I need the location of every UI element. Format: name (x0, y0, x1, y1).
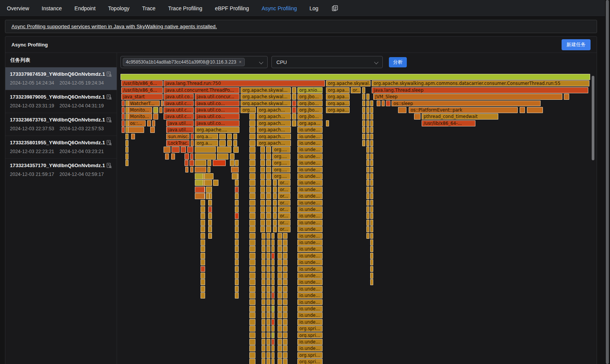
flame-frame[interactable] (326, 120, 329, 126)
flame-frame[interactable]: org.apa... (326, 87, 350, 93)
flame-frame[interactable] (260, 173, 265, 179)
flame-frame[interactable]: io.unde... (297, 345, 323, 351)
flame-frame[interactable] (266, 213, 271, 219)
flame-frame[interactable] (235, 206, 239, 212)
flame-frame[interactable] (262, 239, 265, 246)
flame-frame[interactable] (370, 206, 373, 212)
flame-frame[interactable] (249, 266, 255, 272)
flame-frame[interactable] (249, 206, 255, 212)
flame-frame[interactable]: io.unde... (297, 147, 323, 153)
flame-frame[interactable]: /usr/lib/x86_6... (121, 80, 163, 86)
flame-frame[interactable] (271, 292, 274, 299)
flame-frame[interactable] (249, 193, 255, 199)
flame-frame[interactable] (283, 345, 287, 351)
flame-frame[interactable] (260, 153, 265, 160)
banner-link[interactable]: Async Profiling supported services writt… (11, 24, 217, 29)
flame-frame[interactable]: or... (351, 87, 361, 93)
flame-frame[interactable]: io.unde... (297, 127, 323, 133)
flame-frame[interactable] (204, 180, 212, 186)
flame-frame[interactable] (278, 259, 282, 265)
flame-frame[interactable]: java.util.... (166, 120, 194, 126)
flame-frame[interactable] (366, 107, 369, 113)
flame-frame[interactable] (366, 147, 369, 153)
task-list-item[interactable]: 1733379874539_YWdlbnQ6OnNvbmdz.12024-12-… (5, 67, 117, 90)
flame-frame[interactable] (362, 134, 365, 140)
flame-frame[interactable]: java.util.concurrent.ThreadPo... (164, 87, 239, 93)
flame-frame[interactable]: io.unde... (297, 286, 323, 292)
flame-frame[interactable]: java.util.co... (195, 107, 239, 113)
flame-frame[interactable] (283, 273, 287, 279)
flame-frame[interactable] (235, 160, 239, 166)
flame-frame[interactable]: LockTrac... (166, 140, 189, 146)
flame-frame[interactable] (366, 180, 369, 186)
flame-frame[interactable] (201, 239, 205, 246)
flame-frame[interactable] (249, 239, 255, 246)
flame-frame[interactable] (122, 127, 125, 133)
flame-frame[interactable] (278, 352, 282, 358)
flame-frame[interactable] (262, 233, 265, 239)
flame-frame[interactable] (292, 101, 296, 107)
task-list-item[interactable]: 1733235801955_YWdlbnQ6OnNvbmdz.12024-12-… (5, 136, 117, 158)
flame-frame[interactable]: org.... (241, 107, 256, 113)
flame-frame[interactable] (382, 101, 385, 107)
flame-frame[interactable] (292, 120, 296, 126)
flame-frame[interactable] (366, 200, 369, 206)
flame-frame[interactable] (260, 200, 265, 206)
flame-frame[interactable] (201, 292, 205, 299)
flame-frame[interactable] (235, 180, 239, 186)
flame-frame[interactable] (370, 246, 373, 252)
flame-frame[interactable] (217, 153, 228, 160)
flame-frame[interactable]: org.apa... (326, 94, 350, 100)
flame-frame[interactable] (122, 113, 125, 120)
nav-tab-ebpf-profiling[interactable]: eBPF Profiling (215, 5, 249, 11)
task-list-item[interactable]: 1733234357170_YWdlbnQ6OnNvbmdz.12024-12-… (5, 158, 117, 181)
flame-frame[interactable] (262, 326, 265, 332)
flame-frame[interactable]: io.unde... (297, 134, 323, 140)
flame-frame[interactable] (283, 239, 287, 246)
flame-frame[interactable] (266, 326, 270, 332)
copy-document-icon[interactable] (332, 5, 338, 11)
flame-frame[interactable] (266, 306, 270, 312)
flame-frame[interactable] (271, 332, 274, 338)
flame-frame[interactable]: org.apa... (326, 101, 350, 107)
flame-frame[interactable] (283, 319, 287, 325)
flame-frame[interactable]: io.unde... (297, 259, 323, 265)
flame-frame[interactable] (278, 339, 282, 345)
flame-frame[interactable] (366, 193, 369, 199)
analyze-button[interactable]: 分析 (389, 57, 407, 67)
flame-frame[interactable] (278, 266, 282, 272)
flame-frame[interactable]: os::... (128, 120, 146, 126)
flame-frame[interactable] (266, 153, 271, 160)
flame-frame[interactable]: io.unde... (297, 299, 323, 305)
flame-frame[interactable] (235, 292, 239, 299)
flame-frame[interactable] (235, 200, 239, 206)
flame-frame[interactable] (260, 167, 265, 173)
flame-frame[interactable] (266, 220, 271, 226)
flame-frame[interactable] (370, 167, 373, 173)
flame-frame[interactable] (366, 187, 369, 193)
flame-frame[interactable] (249, 273, 255, 279)
flame-frame[interactable]: pthread_cond_timedwait (422, 113, 498, 120)
flame-frame[interactable] (283, 352, 287, 358)
flame-frame[interactable] (249, 153, 255, 160)
flame-frame[interactable] (260, 193, 265, 199)
flame-frame[interactable]: org.apache.skywal... (241, 94, 291, 100)
flame-frame[interactable] (235, 220, 239, 226)
flame-frame[interactable] (283, 332, 287, 338)
flame-frame[interactable] (125, 153, 128, 160)
flame-frame[interactable] (271, 253, 274, 259)
flame-frame[interactable] (273, 193, 277, 199)
flame-frame[interactable] (153, 107, 158, 113)
flame-frame[interactable]: io.unde... (297, 273, 323, 279)
flame-frame[interactable] (283, 246, 287, 252)
flame-frame[interactable]: java.lang.Thread.run:750 (164, 80, 325, 86)
flame-frame[interactable] (362, 127, 365, 133)
flame-frame[interactable] (260, 180, 265, 186)
flame-frame[interactable] (366, 127, 369, 133)
flame-frame[interactable]: java.util.co... (164, 94, 194, 100)
flame-frame[interactable]: org.... (272, 167, 291, 173)
flame-frame[interactable] (271, 359, 274, 364)
flame-frame[interactable] (213, 160, 226, 166)
flame-frame[interactable] (271, 273, 274, 279)
flame-frame[interactable] (370, 107, 373, 113)
